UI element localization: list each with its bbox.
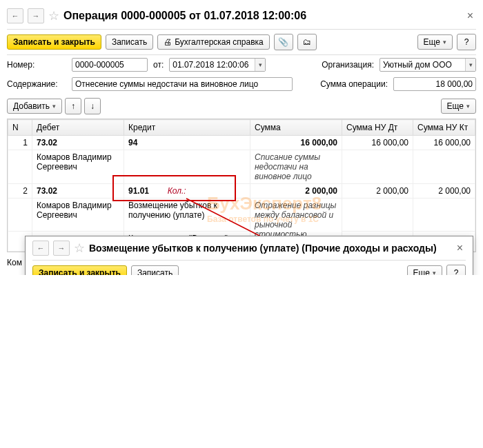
save-button[interactable]: Записать [106, 34, 153, 50]
grid-more-button[interactable]: Еще [441, 99, 476, 114]
content-input[interactable] [72, 77, 293, 91]
related-button[interactable]: 🗂 [297, 34, 317, 50]
overlay-save-button[interactable]: Записать [131, 265, 179, 275]
overlay-more-button[interactable]: Еще [407, 265, 442, 275]
table-row[interactable]: Комаров Владимир Сергеевич Возмещение уб… [8, 198, 475, 232]
overlay-help-button[interactable]: ? [446, 265, 466, 275]
favorite-icon[interactable]: ☆ [48, 8, 59, 23]
table-row[interactable]: 2 73.02 91.01 Кол.: 2 000,00 2 000,00 2 … [8, 184, 475, 198]
org-select[interactable] [379, 58, 476, 72]
sum-label: Сумма операции: [320, 79, 388, 89]
content-label: Содержание: [7, 79, 66, 89]
col-n[interactable]: N [8, 120, 32, 136]
help-button[interactable]: ? [457, 34, 476, 50]
save-close-button[interactable]: Записать и закрыть [7, 34, 101, 50]
calendar-icon[interactable]: ▾ [255, 59, 265, 71]
attach-button[interactable]: 📎 [274, 34, 293, 50]
move-up-button[interactable]: ↑ [65, 98, 81, 114]
org-label: Организация: [322, 60, 374, 70]
table-row[interactable]: 1 73.02 94 16 000,00 16 000,00 16 000,00 [8, 136, 475, 150]
from-label: от: [153, 60, 164, 70]
back-button[interactable]: ← [7, 8, 23, 23]
chevron-down-icon[interactable]: ▾ [465, 59, 475, 71]
overlay-close-icon[interactable]: × [454, 242, 466, 254]
col-sumd[interactable]: Сумма НУ Дт [342, 120, 413, 136]
window-title: Операция 0000-000005 от 01.07.2018 12:00… [63, 10, 460, 22]
col-sumk[interactable]: Сумма НУ Кт [413, 120, 475, 136]
overlay-window: ← → ☆ Возмещение убытков к получению (уп… [25, 236, 473, 275]
add-row-button[interactable]: Добавить [7, 99, 62, 114]
overlay-title: Возмещение убытков к получению (уплате) … [89, 243, 450, 254]
date-input[interactable] [169, 58, 266, 72]
overlay-favorite-icon[interactable]: ☆ [74, 241, 85, 256]
entries-grid: N Дебет Кредит Сумма Сумма НУ Дт Сумма Н… [7, 119, 476, 252]
close-icon[interactable]: × [464, 10, 476, 22]
number-label: Номер: [7, 60, 66, 70]
table-row[interactable]: Комаров Владимир Сергеевич Списание сумм… [8, 150, 475, 184]
overlay-forward-button[interactable]: → [53, 241, 70, 256]
sum-input[interactable] [393, 77, 476, 91]
col-debit[interactable]: Дебет [32, 120, 124, 136]
move-down-button[interactable]: ↓ [84, 98, 101, 114]
print-icon: 🖨 [164, 37, 172, 47]
number-input[interactable] [72, 58, 148, 72]
forward-button[interactable]: → [28, 8, 44, 23]
col-sum[interactable]: Сумма [250, 120, 342, 136]
col-credit[interactable]: Кредит [124, 120, 250, 136]
overlay-back-button[interactable]: ← [32, 241, 49, 256]
more-button[interactable]: Еще [417, 34, 453, 50]
overlay-save-close-button[interactable]: Записать и закрыть [32, 265, 127, 275]
main-window: ← → ☆ Операция 0000-000005 от 01.07.2018… [7, 7, 476, 268]
acc-note-button[interactable]: 🖨Бухгалтерская справка [157, 34, 270, 50]
